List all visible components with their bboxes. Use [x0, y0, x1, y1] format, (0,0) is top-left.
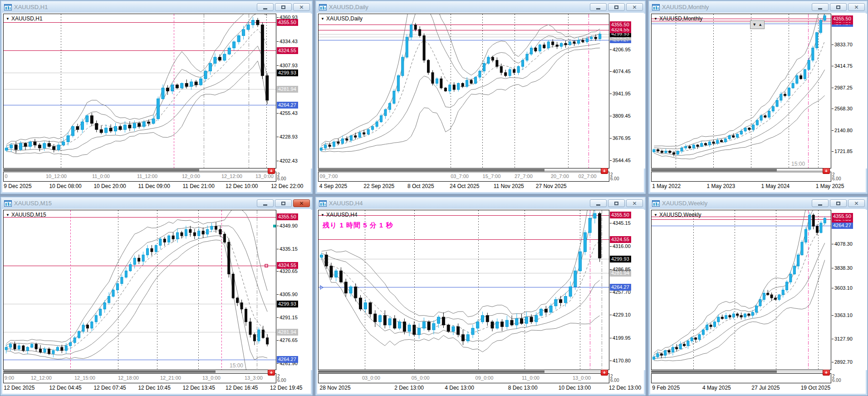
price-value: 4264.27: [832, 222, 853, 229]
price-label-tick: 4360.93: [277, 14, 298, 21]
axis-tick: [277, 65, 279, 66]
minimize-icon: [596, 204, 600, 206]
chart-legend[interactable]: ▼XAUUSD,H1: [6, 15, 43, 22]
close-button[interactable]: ✕: [293, 199, 310, 207]
close-button[interactable]: ✕: [626, 199, 643, 207]
window-titlebar[interactable]: XAUUSD,Weekly✕: [649, 198, 867, 209]
price-value: 4320.65: [280, 268, 298, 275]
down-arrow-icon[interactable]: ▼: [752, 23, 756, 27]
time-label: 12_15:00: [74, 375, 95, 381]
h-scrollbar-thumb[interactable]: [3, 169, 199, 171]
candlestick-canvas[interactable]: [652, 14, 831, 168]
date-label: 12 Dec 10:00: [226, 183, 258, 189]
time-axis[interactable]: [651, 172, 831, 182]
quick-trade-plus-button[interactable]: +: [823, 370, 830, 376]
h-scrollbar-thumb[interactable]: [651, 169, 777, 171]
chart-legend[interactable]: ▼XAUUSD,Weekly: [654, 212, 701, 218]
restore-button[interactable]: [608, 3, 625, 11]
window-titlebar[interactable]: XAUUSD,Monthly✕: [649, 1, 867, 13]
price-label-red: 4324.55: [610, 236, 631, 243]
restore-button[interactable]: [608, 199, 625, 207]
h-scrollbar-thumb[interactable]: [318, 371, 544, 373]
close-button[interactable]: ✕: [848, 199, 865, 207]
price-label-tick: 4074.45: [610, 68, 631, 75]
candlestick-canvas[interactable]: [319, 210, 609, 370]
time-label: 12_12:00: [31, 375, 52, 381]
time-label: 03_0:00: [362, 375, 380, 381]
axis-tick: [610, 338, 612, 338]
h-scrollbar-thumb[interactable]: [3, 371, 216, 373]
quick-trade-plus-button[interactable]: +: [823, 168, 830, 174]
price-value: 3603.10: [834, 285, 853, 292]
chart-plot[interactable]: ▼XAUUSD,M1515:00: [3, 210, 276, 370]
h-scrollbar-thumb[interactable]: [318, 169, 544, 171]
window-titlebar[interactable]: XAUUSD,Daily✕: [316, 1, 645, 13]
close-button[interactable]: ✕: [293, 3, 310, 11]
scroll-updown-widget[interactable]: ▼▲: [750, 20, 765, 29]
separator-time-label: 15:00: [791, 161, 805, 167]
candlestick-canvas[interactable]: [4, 210, 276, 370]
price-label-tick: 4305.90: [277, 291, 298, 298]
minimize-button[interactable]: [590, 199, 607, 207]
close-button[interactable]: ✕: [848, 3, 865, 11]
close-icon: ✕: [854, 201, 858, 206]
price-value: 4324.55: [277, 262, 298, 269]
price-axis[interactable]: 4355.504324.554299.934281.944264.274206.…: [610, 14, 645, 168]
date-label: 1 May 2024: [761, 183, 790, 189]
time-axis[interactable]: [651, 373, 831, 383]
window-titlebar[interactable]: XAUUSD,H1✕: [1, 1, 312, 13]
minimize-button[interactable]: [257, 3, 274, 11]
price-value: 4355.50: [832, 15, 853, 22]
time-axis[interactable]: 09_7:0003_7:0015_7:0027_7:0020_7:0002_7:…: [318, 172, 609, 182]
time-label: 09_0:00: [476, 375, 494, 381]
chart-plot[interactable]: ▼XAUUSD,Daily: [318, 14, 609, 168]
restore-icon: [836, 5, 840, 9]
window-titlebar[interactable]: XAUUSD,H4✕: [316, 198, 645, 209]
minimize-button[interactable]: [812, 199, 829, 207]
axis-tick: [610, 269, 612, 270]
chart-plot[interactable]: ▼XAUUSD,Weekly: [651, 210, 831, 370]
minimize-button[interactable]: [812, 3, 829, 11]
price-axis[interactable]: 4355.504324.554264.273833.703414.752987.…: [832, 14, 867, 168]
price-value: 4307.93: [280, 62, 298, 69]
price-axis[interactable]: 4355.504349.904335.154324.554320.654305.…: [277, 210, 312, 370]
minimize-button[interactable]: [590, 3, 607, 11]
price-label-blue: 4264.27: [610, 284, 631, 291]
minimize-button[interactable]: [257, 199, 274, 207]
time-axis[interactable]: 9:0012_12:0012_15:0012_18:0012_21:0013_0…: [3, 373, 276, 383]
chart-legend[interactable]: ▼XAUUSD,Daily: [321, 15, 363, 22]
h-scrollbar-thumb[interactable]: [651, 371, 777, 373]
chart-window-icon: [652, 200, 660, 207]
up-arrow-icon[interactable]: ▲: [758, 23, 762, 27]
window-titlebar[interactable]: XAUUSD,M15✕: [1, 198, 312, 209]
axis-tick: [832, 109, 834, 109]
quick-trade-plus-button[interactable]: +: [268, 168, 275, 174]
time-axis[interactable]: 03_0:0005_0:0009_0:0011_0:0013_0:00: [318, 373, 609, 383]
candlestick-canvas[interactable]: [319, 14, 609, 168]
price-axis[interactable]: 4355.504324.554264.274078.303838.303603.…: [832, 210, 867, 370]
chart-legend[interactable]: ▼XAUUSD,M15: [6, 212, 46, 218]
price-label-tick: 3363.10: [832, 312, 853, 319]
price-label-red: 4324.55: [277, 262, 298, 269]
chart-legend[interactable]: ▼XAUUSD,H4: [321, 212, 358, 218]
candlestick-canvas[interactable]: [4, 14, 276, 168]
restore-button[interactable]: [830, 199, 847, 207]
price-axis[interactable]: 4360.934355.504334.434324.554307.934299.…: [277, 14, 312, 168]
time-axis[interactable]: 010_12:0011_0:0011_12:0012_0:0012_12:001…: [3, 172, 276, 182]
price-axis[interactable]: 4355.504345.154324.554316.004299.934286.…: [610, 210, 645, 370]
price-value: 4202.43: [280, 158, 298, 164]
close-button[interactable]: ✕: [626, 3, 643, 11]
chart-legend[interactable]: ▼XAUUSD,Monthly: [654, 15, 702, 22]
chart-window-h1: XAUUSD,H1✕▼XAUUSD,H14360.934355.504334.4…: [0, 0, 313, 194]
restore-button[interactable]: [275, 3, 292, 11]
restore-button[interactable]: [830, 3, 847, 11]
quick-trade-plus-button[interactable]: +: [601, 168, 608, 174]
chart-window-m15: XAUUSD,M15✕▼XAUUSD,M1515:004355.504349.9…: [0, 196, 313, 396]
candlestick-canvas[interactable]: [652, 210, 831, 370]
quick-trade-plus-button[interactable]: +: [268, 370, 275, 376]
quick-trade-plus-button[interactable]: +: [601, 370, 608, 376]
restore-button[interactable]: [275, 199, 292, 207]
chart-plot[interactable]: ▼XAUUSD,H1: [3, 14, 276, 168]
chart-plot[interactable]: ▼XAUUSD,H4残り 1 時間 5 分 1 秒: [318, 210, 609, 370]
chart-plot[interactable]: ▼XAUUSD,Monthly15:00▼▲: [651, 14, 831, 168]
